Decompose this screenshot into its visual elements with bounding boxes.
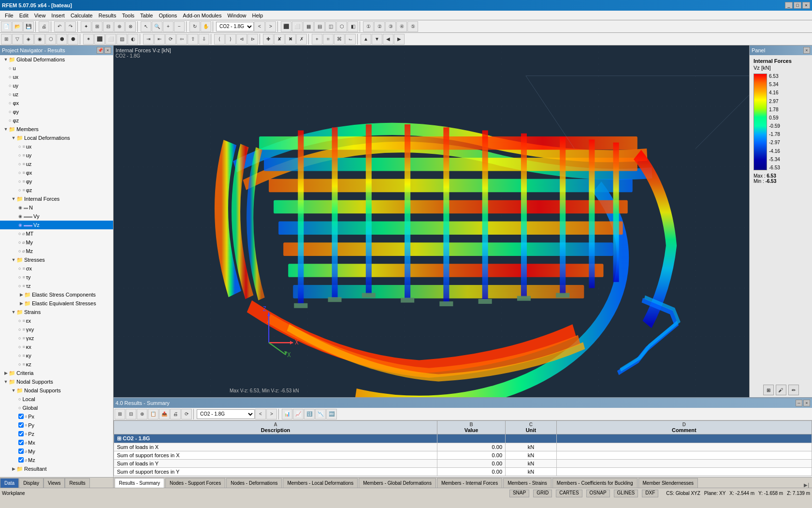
expand-icon[interactable]: ▶ <box>11 466 16 471</box>
tb2-b3[interactable]: ◈ <box>23 34 34 45</box>
tree-sx[interactable]: ○ ≡ σx <box>0 264 113 273</box>
cb-tool-2[interactable]: 🖋 <box>776 385 786 395</box>
tree-Pz[interactable]: ≡ Pz <box>0 430 113 438</box>
tb2-b34[interactable]: ▶ <box>394 34 405 45</box>
tree-local[interactable]: ○ Local <box>0 395 113 403</box>
tb2-b30[interactable]: ⌙ <box>345 34 356 45</box>
tab-display[interactable]: Display <box>19 478 44 488</box>
tb2-b18[interactable]: ⇩ <box>199 34 209 45</box>
tree-Py[interactable]: ≡ Py <box>0 421 113 430</box>
tb-zoomout[interactable]: − <box>174 21 185 32</box>
tree-tz[interactable]: ○ ≡ τz <box>0 282 113 290</box>
tree-phix[interactable]: ○ φx <box>0 99 113 107</box>
tb2-b16[interactable]: ⇦ <box>176 34 187 45</box>
tb2-b9[interactable]: ⬛ <box>94 34 105 45</box>
tree-Vz[interactable]: ◉ ▬▬ Vz <box>0 221 113 229</box>
expand-icon[interactable]: ▼ <box>11 135 16 140</box>
results-tb-7[interactable]: ⟳ <box>181 409 192 419</box>
menu-results[interactable]: Results <box>96 12 119 19</box>
tree-Mz2[interactable]: ⌀ Mz <box>0 456 113 464</box>
menu-window[interactable]: Window <box>224 12 249 19</box>
checkbox-My2[interactable] <box>18 448 24 454</box>
tree-ex[interactable]: ○ ≡ εx <box>0 316 113 325</box>
tab-member-slendernesses[interactable]: Member Slendernesses <box>638 478 698 488</box>
osnap-indicator[interactable]: OSNAP <box>586 490 610 497</box>
tree-lphiy[interactable]: ○ ≡ φy <box>0 177 113 186</box>
tb-b5[interactable]: ⊗ <box>125 21 136 32</box>
close-button[interactable]: × <box>802 2 810 9</box>
tree-yxy[interactable]: ○ ≡ γxy <box>0 325 113 334</box>
tb-pan[interactable]: ✋ <box>201 21 211 32</box>
tb-c1[interactable]: ⬛ <box>281 21 291 32</box>
tb2-b27[interactable]: ⌖ <box>312 34 322 45</box>
tb2-b1[interactable]: ⊞ <box>1 34 12 45</box>
nav-close-btn[interactable]: × <box>104 47 111 54</box>
tree-N[interactable]: ◉ ▬ N <box>0 203 113 212</box>
tree-luz[interactable]: ○ ≡ uz <box>0 160 113 168</box>
cartes-indicator[interactable]: CARTES <box>556 490 582 497</box>
tb2-b11[interactable]: ▧ <box>116 34 127 45</box>
tree-My[interactable]: ○ ⌀ My <box>0 238 113 247</box>
menu-insert[interactable]: Insert <box>48 12 68 19</box>
tree-ux[interactable]: ○ ux <box>0 73 113 81</box>
tb2-b33[interactable]: ◀ <box>383 34 393 45</box>
tree-support-reactions[interactable]: ▼ 📁 Nodal Supports <box>0 377 113 386</box>
tree-yxz[interactable]: ○ ≡ γxz <box>0 334 113 343</box>
tree-nodal-supports[interactable]: ▼ 📁 Nodal Supports <box>0 386 113 395</box>
tb2-b4[interactable]: ◉ <box>34 34 45 45</box>
results-tb-12[interactable]: 🔤 <box>326 409 337 419</box>
menu-file[interactable]: File <box>2 12 16 19</box>
expand-icon[interactable]: ▶ <box>18 292 24 297</box>
results-tb-4[interactable]: 📋 <box>148 409 159 419</box>
results-tb-9[interactable]: 📈 <box>293 409 304 419</box>
tree-internal-forces[interactable]: ▼ 📁 Internal Forces <box>0 194 113 203</box>
dxf-indicator[interactable]: DXF <box>642 490 658 497</box>
tb-c3[interactable]: ▦ <box>303 21 314 32</box>
nav-pin-btn[interactable]: 📌 <box>97 47 103 54</box>
tree-phiy[interactable]: ○ φy <box>0 107 113 116</box>
results-tb-8[interactable]: 📊 <box>282 409 292 419</box>
tab-members-local-deformations[interactable]: Members - Local Deformations <box>283 478 358 488</box>
tb-rot[interactable]: ↻ <box>189 21 200 32</box>
results-tb-10[interactable]: 🔢 <box>304 409 315 419</box>
menu-help[interactable]: Help <box>249 12 266 19</box>
glines-indicator[interactable]: GLINES <box>614 490 638 497</box>
tb-open[interactable]: 📂 <box>12 21 23 32</box>
tb2-b12[interactable]: ◐ <box>128 34 138 45</box>
tb2-b6[interactable]: ⬢ <box>57 34 67 45</box>
tab-members-strains[interactable]: Members - Strains <box>503 478 551 488</box>
tree-elastic-stress[interactable]: ▶ 📁 Elastic Stress Components <box>0 290 113 299</box>
tb-redo[interactable]: ↷ <box>65 21 76 32</box>
tb-undo[interactable]: ↶ <box>54 21 65 32</box>
tab-members-global-deformations[interactable]: Members - Global Deformations <box>359 478 436 488</box>
tb-d3[interactable]: ③ <box>385 21 396 32</box>
tb2-b22[interactable]: ⊳ <box>247 34 258 45</box>
expand-icon[interactable]: ▼ <box>11 310 16 314</box>
tb-b3[interactable]: ⊟ <box>103 21 114 32</box>
tree-criteria[interactable]: ▶ 📁 Criteria <box>0 369 113 377</box>
tb-c4[interactable]: ▤ <box>314 21 325 32</box>
tb2-b17[interactable]: ⇧ <box>188 34 198 45</box>
maximize-button[interactable]: □ <box>794 2 801 9</box>
tree-kz[interactable]: ○ ≡ κz <box>0 360 113 369</box>
tab-results-summary[interactable]: Results - Summary <box>115 478 164 488</box>
tree-Vy[interactable]: ◉ ▬▬ Vy <box>0 212 113 221</box>
tree-u[interactable]: ○ u <box>0 64 113 73</box>
results-tb-5[interactable]: 📤 <box>159 409 170 419</box>
tree-lux[interactable]: ○ ≡ ux <box>0 142 113 151</box>
tb2-b31[interactable]: ▲ <box>361 34 371 45</box>
menu-edit[interactable]: Edit <box>16 12 31 19</box>
tb-save[interactable]: 💾 <box>23 21 34 32</box>
tb-b1[interactable]: ✦ <box>81 21 91 32</box>
expand-icon[interactable]: ▼ <box>3 379 9 384</box>
tree-kx[interactable]: ○ ≡ κx <box>0 343 113 351</box>
minimize-button[interactable]: _ <box>785 2 793 9</box>
tree-uy[interactable]: ○ uy <box>0 81 113 90</box>
tb2-b23[interactable]: ✚ <box>263 34 274 45</box>
tree-ty[interactable]: ○ ≡ τy <box>0 273 113 282</box>
checkbox-Mz2[interactable] <box>18 457 24 463</box>
tb-print[interactable]: 🖨 <box>39 21 49 32</box>
expand-icon[interactable]: ▼ <box>11 388 16 393</box>
tb-new[interactable]: 📄 <box>1 21 12 32</box>
results-combo[interactable]: CO2 - 1.8G <box>197 409 255 419</box>
